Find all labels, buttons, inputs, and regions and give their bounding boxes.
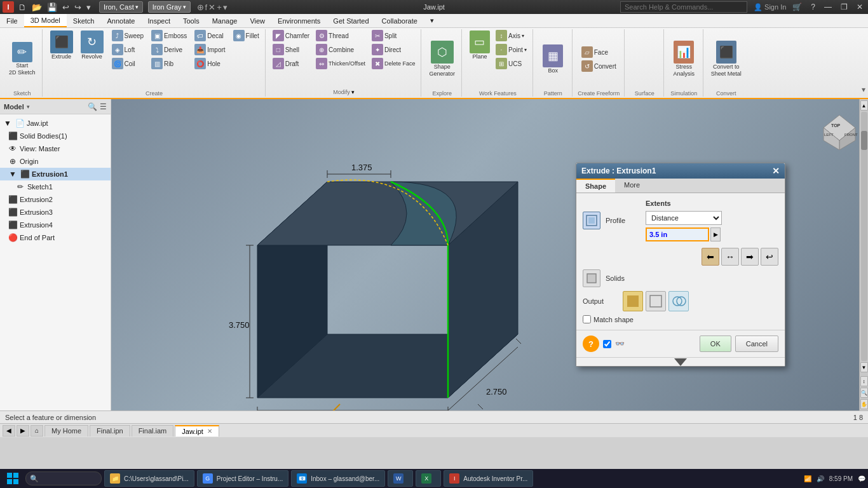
- axis-button[interactable]: ↕ Axis ▾: [494, 29, 529, 42]
- close-btn[interactable]: ✕: [854, 3, 865, 11]
- shape-generator-button[interactable]: ⬡ ShapeGenerator: [426, 39, 458, 79]
- scroll-down-btn[interactable]: ▼: [860, 362, 868, 372]
- doc-tab-final-ipn[interactable]: Final.ipn: [90, 425, 130, 437]
- ucs-button[interactable]: ⊞ UCS: [494, 57, 529, 70]
- menu-3d-model[interactable]: 3D Model: [24, 14, 67, 27]
- scroll-up-btn[interactable]: ▲: [860, 100, 868, 111]
- tab-nav-right[interactable]: ▶: [17, 425, 29, 437]
- distance-value-input[interactable]: [646, 227, 709, 241]
- output-solid-btn[interactable]: [623, 291, 643, 311]
- tree-item-extrusion3[interactable]: ⬛ Extrusion3: [0, 206, 111, 219]
- match-shape-checkbox[interactable]: [583, 315, 591, 323]
- emboss-button[interactable]: ▣ Emboss: [149, 29, 189, 42]
- tree-item-jaw-ipt[interactable]: ▼ 📄 Jaw.ipt: [0, 117, 111, 130]
- menu-sketch[interactable]: Sketch: [67, 14, 101, 27]
- taskbar-outlook[interactable]: 📧 Inbox – glassand@ber...: [291, 470, 385, 487]
- menu-view[interactable]: View: [243, 14, 271, 27]
- help-button[interactable]: ?: [583, 336, 599, 352]
- coil-button[interactable]: 🌀 Coil: [110, 57, 146, 70]
- chamfer-button[interactable]: ◤ Chamfer: [271, 29, 311, 42]
- notification-icon[interactable]: 💬: [858, 475, 865, 482]
- help-icon[interactable]: ?: [808, 3, 818, 11]
- volume-icon[interactable]: 🔊: [817, 475, 824, 482]
- dir-btn-4[interactable]: ↩: [761, 248, 778, 266]
- combine-button[interactable]: ⊕ Combine: [314, 43, 367, 56]
- 3d-viewport[interactable]: 1.375 3.750 1.750 2.750 Z: [111, 99, 868, 410]
- rib-button[interactable]: ▥ Rib: [149, 57, 189, 70]
- tree-item-sketch1[interactable]: ✏ Sketch1: [0, 180, 111, 193]
- profile-select-btn[interactable]: [583, 212, 600, 229]
- qa-save[interactable]: 💾: [45, 2, 59, 13]
- tab-close-jaw[interactable]: ✕: [207, 428, 212, 435]
- split-button[interactable]: ✂ Split: [370, 29, 417, 42]
- tree-item-solid-bodies[interactable]: ⬛ Solid Bodies(1): [0, 130, 111, 142]
- hole-button[interactable]: ⭕ Hole: [193, 57, 227, 70]
- taskbar-chrome[interactable]: G Project Editor – Instru...: [197, 470, 289, 487]
- menu-tools[interactable]: Tools: [177, 14, 206, 27]
- qa-redo[interactable]: ↪: [72, 2, 83, 13]
- taskbar-file-explorer[interactable]: 📁 C:\Users\glassand\Pi...: [104, 470, 194, 487]
- convert-freeform-button[interactable]: ↺ Convert: [580, 60, 618, 72]
- value-arrow-right-btn[interactable]: ▶: [710, 227, 721, 241]
- solids-select-btn[interactable]: [583, 269, 600, 287]
- navigation-cube[interactable]: TOP FRONT LEFT: [817, 105, 862, 150]
- windows-start-btn[interactable]: [3, 470, 23, 487]
- direct-button[interactable]: ✦ Direct: [370, 43, 417, 56]
- qa-new[interactable]: 🗋: [17, 2, 29, 13]
- decal-button[interactable]: 🏷 Decal: [193, 29, 227, 42]
- dir-btn-2[interactable]: ↔: [721, 248, 739, 266]
- output-intersect-btn[interactable]: [668, 291, 689, 311]
- fillet-button[interactable]: ◉ Fillet: [231, 29, 261, 42]
- scroll-thumb[interactable]: [861, 131, 867, 150]
- plane-button[interactable]: ▭ Plane: [467, 29, 492, 62]
- menu-manage[interactable]: Manage: [206, 14, 244, 27]
- panel-search-icon[interactable]: 🔍: [88, 102, 97, 111]
- menu-inspect[interactable]: Inspect: [142, 14, 177, 27]
- material-cast-dropdown[interactable]: Iron, Cast▾: [99, 1, 143, 13]
- tree-item-end-of-part[interactable]: 🔴 End of Part: [0, 231, 111, 244]
- tree-item-extrusion1[interactable]: ▼ ⬛ Extrusion1: [0, 168, 111, 180]
- extents-dropdown[interactable]: Distance: [646, 211, 722, 225]
- dialog-tab-more[interactable]: More: [615, 179, 649, 193]
- tree-item-extrusion2[interactable]: ⬛ Extrusion2: [0, 193, 111, 206]
- qa-more[interactable]: ▾: [85, 2, 93, 13]
- dialog-title-bar[interactable]: Extrude : Extrusion1 ✕: [576, 163, 785, 179]
- footer-checkbox[interactable]: [603, 340, 611, 348]
- pattern-button[interactable]: ▦ Box: [540, 43, 566, 76]
- derive-button[interactable]: ⤵ Derive: [149, 43, 189, 56]
- modify-expand[interactable]: ▾: [351, 89, 355, 95]
- taskbar-inventor[interactable]: I Autodesk Inventor Pr...: [444, 470, 533, 487]
- menu-more[interactable]: ▾: [424, 14, 440, 27]
- cart-icon[interactable]: 🛒: [790, 3, 804, 11]
- scroll-track[interactable]: [861, 112, 867, 361]
- qa-open[interactable]: 📂: [30, 2, 44, 13]
- dialog-close-btn[interactable]: ✕: [772, 166, 780, 176]
- dialog-tab-shape[interactable]: Shape: [576, 179, 615, 193]
- dir-btn-3[interactable]: ➡: [741, 248, 759, 266]
- tree-item-view-master[interactable]: 👁 View: Master: [0, 142, 111, 155]
- tree-item-origin[interactable]: ⊕ Origin: [0, 155, 111, 168]
- convert-sheet-metal-button[interactable]: ⬛ Convert toSheet Metal: [709, 39, 744, 79]
- cancel-button[interactable]: Cancel: [735, 336, 778, 352]
- revolve-button[interactable]: ↻ Revolve: [78, 29, 106, 62]
- doc-tab-jaw-ipt[interactable]: Jaw.ipt ✕: [175, 425, 219, 437]
- doc-tab-my-home[interactable]: My Home: [44, 425, 88, 437]
- panel-menu-icon[interactable]: ☰: [100, 102, 107, 111]
- stress-analysis-button[interactable]: 📊 StressAnalysis: [671, 39, 698, 79]
- material-appearance-dropdown[interactable]: Iron Gray▾: [148, 1, 191, 13]
- shell-button[interactable]: □ Shell: [271, 43, 311, 56]
- dir-btn-1[interactable]: ⬅: [702, 248, 719, 266]
- tab-nav-left[interactable]: ◀: [3, 425, 15, 437]
- menu-environments[interactable]: Environments: [271, 14, 327, 27]
- app-logo[interactable]: I: [3, 1, 14, 13]
- minimize-btn[interactable]: —: [822, 3, 834, 11]
- pan-btn[interactable]: ✋: [860, 399, 868, 409]
- menu-annotate[interactable]: Annotate: [100, 14, 141, 27]
- loft-button[interactable]: ◈ Loft: [110, 43, 146, 56]
- import-button[interactable]: 📥 Import: [193, 43, 227, 56]
- menu-collaborate[interactable]: Collaborate: [376, 14, 424, 27]
- output-surface-btn[interactable]: [646, 291, 666, 311]
- restore-btn[interactable]: ❐: [838, 3, 850, 11]
- search-input[interactable]: [620, 1, 747, 13]
- sweep-button[interactable]: ⤴ Sweep: [110, 29, 146, 42]
